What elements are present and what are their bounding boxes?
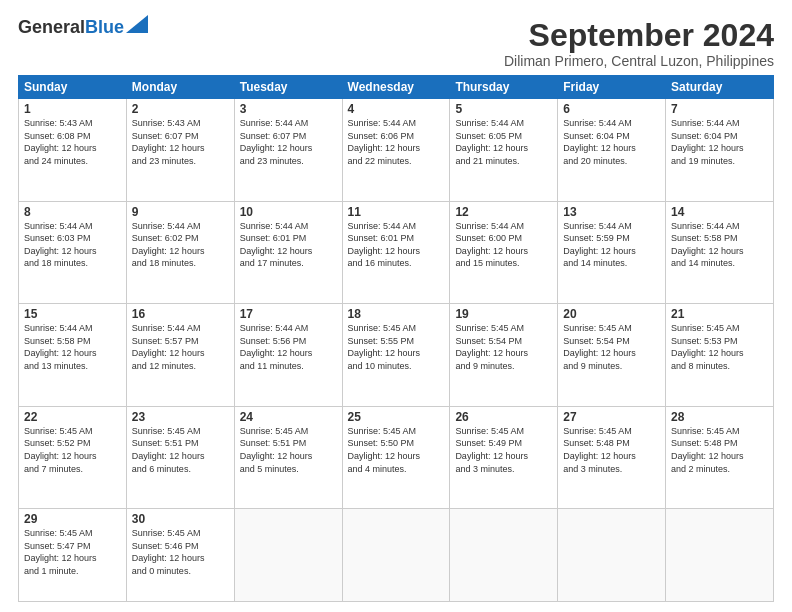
day-info: Sunrise: 5:44 AM Sunset: 6:03 PM Dayligh… bbox=[24, 220, 121, 270]
day-info: Sunrise: 5:45 AM Sunset: 5:54 PM Dayligh… bbox=[563, 322, 660, 372]
list-item: 1Sunrise: 5:43 AM Sunset: 6:08 PM Daylig… bbox=[19, 99, 127, 202]
table-row: 15Sunrise: 5:44 AM Sunset: 5:58 PM Dayli… bbox=[19, 304, 774, 407]
day-number: 20 bbox=[563, 307, 660, 321]
day-number: 2 bbox=[132, 102, 229, 116]
list-item bbox=[450, 509, 558, 602]
list-item: 18Sunrise: 5:45 AM Sunset: 5:55 PM Dayli… bbox=[342, 304, 450, 407]
logo-text: GeneralBlue bbox=[18, 18, 124, 38]
day-number: 25 bbox=[348, 410, 445, 424]
day-info: Sunrise: 5:45 AM Sunset: 5:48 PM Dayligh… bbox=[671, 425, 768, 475]
day-info: Sunrise: 5:45 AM Sunset: 5:46 PM Dayligh… bbox=[132, 527, 229, 577]
day-number: 29 bbox=[24, 512, 121, 526]
day-info: Sunrise: 5:44 AM Sunset: 6:04 PM Dayligh… bbox=[563, 117, 660, 167]
day-number: 11 bbox=[348, 205, 445, 219]
col-tuesday: Tuesday bbox=[234, 76, 342, 99]
list-item: 3Sunrise: 5:44 AM Sunset: 6:07 PM Daylig… bbox=[234, 99, 342, 202]
list-item: 14Sunrise: 5:44 AM Sunset: 5:58 PM Dayli… bbox=[666, 201, 774, 304]
list-item: 29Sunrise: 5:45 AM Sunset: 5:47 PM Dayli… bbox=[19, 509, 127, 602]
table-row: 8Sunrise: 5:44 AM Sunset: 6:03 PM Daylig… bbox=[19, 201, 774, 304]
day-info: Sunrise: 5:44 AM Sunset: 6:05 PM Dayligh… bbox=[455, 117, 552, 167]
logo-icon bbox=[126, 15, 148, 33]
list-item: 12Sunrise: 5:44 AM Sunset: 6:00 PM Dayli… bbox=[450, 201, 558, 304]
day-info: Sunrise: 5:45 AM Sunset: 5:55 PM Dayligh… bbox=[348, 322, 445, 372]
day-number: 24 bbox=[240, 410, 337, 424]
list-item: 23Sunrise: 5:45 AM Sunset: 5:51 PM Dayli… bbox=[126, 406, 234, 509]
day-info: Sunrise: 5:44 AM Sunset: 5:58 PM Dayligh… bbox=[24, 322, 121, 372]
day-number: 16 bbox=[132, 307, 229, 321]
day-number: 4 bbox=[348, 102, 445, 116]
list-item: 7Sunrise: 5:44 AM Sunset: 6:04 PM Daylig… bbox=[666, 99, 774, 202]
col-saturday: Saturday bbox=[666, 76, 774, 99]
list-item: 25Sunrise: 5:45 AM Sunset: 5:50 PM Dayli… bbox=[342, 406, 450, 509]
svg-marker-0 bbox=[126, 15, 148, 33]
day-number: 13 bbox=[563, 205, 660, 219]
title-block: September 2024 Diliman Primero, Central … bbox=[504, 18, 774, 69]
list-item: 6Sunrise: 5:44 AM Sunset: 6:04 PM Daylig… bbox=[558, 99, 666, 202]
list-item: 13Sunrise: 5:44 AM Sunset: 5:59 PM Dayli… bbox=[558, 201, 666, 304]
list-item bbox=[234, 509, 342, 602]
list-item: 26Sunrise: 5:45 AM Sunset: 5:49 PM Dayli… bbox=[450, 406, 558, 509]
day-number: 6 bbox=[563, 102, 660, 116]
day-number: 19 bbox=[455, 307, 552, 321]
day-info: Sunrise: 5:45 AM Sunset: 5:49 PM Dayligh… bbox=[455, 425, 552, 475]
day-info: Sunrise: 5:45 AM Sunset: 5:51 PM Dayligh… bbox=[240, 425, 337, 475]
page: GeneralBlue September 2024 Diliman Prime… bbox=[0, 0, 792, 612]
list-item bbox=[666, 509, 774, 602]
day-info: Sunrise: 5:45 AM Sunset: 5:47 PM Dayligh… bbox=[24, 527, 121, 577]
day-info: Sunrise: 5:45 AM Sunset: 5:53 PM Dayligh… bbox=[671, 322, 768, 372]
col-thursday: Thursday bbox=[450, 76, 558, 99]
day-number: 7 bbox=[671, 102, 768, 116]
list-item bbox=[342, 509, 450, 602]
day-number: 10 bbox=[240, 205, 337, 219]
day-number: 1 bbox=[24, 102, 121, 116]
day-info: Sunrise: 5:44 AM Sunset: 6:02 PM Dayligh… bbox=[132, 220, 229, 270]
calendar: Sunday Monday Tuesday Wednesday Thursday… bbox=[18, 75, 774, 602]
day-info: Sunrise: 5:45 AM Sunset: 5:50 PM Dayligh… bbox=[348, 425, 445, 475]
day-info: Sunrise: 5:43 AM Sunset: 6:08 PM Dayligh… bbox=[24, 117, 121, 167]
day-number: 23 bbox=[132, 410, 229, 424]
logo-general: General bbox=[18, 17, 85, 37]
table-row: 29Sunrise: 5:45 AM Sunset: 5:47 PM Dayli… bbox=[19, 509, 774, 602]
day-info: Sunrise: 5:44 AM Sunset: 6:04 PM Dayligh… bbox=[671, 117, 768, 167]
day-info: Sunrise: 5:44 AM Sunset: 6:01 PM Dayligh… bbox=[240, 220, 337, 270]
list-item: 2Sunrise: 5:43 AM Sunset: 6:07 PM Daylig… bbox=[126, 99, 234, 202]
day-number: 14 bbox=[671, 205, 768, 219]
day-info: Sunrise: 5:44 AM Sunset: 6:01 PM Dayligh… bbox=[348, 220, 445, 270]
col-friday: Friday bbox=[558, 76, 666, 99]
day-info: Sunrise: 5:44 AM Sunset: 5:59 PM Dayligh… bbox=[563, 220, 660, 270]
list-item: 15Sunrise: 5:44 AM Sunset: 5:58 PM Dayli… bbox=[19, 304, 127, 407]
list-item: 21Sunrise: 5:45 AM Sunset: 5:53 PM Dayli… bbox=[666, 304, 774, 407]
day-number: 8 bbox=[24, 205, 121, 219]
list-item: 22Sunrise: 5:45 AM Sunset: 5:52 PM Dayli… bbox=[19, 406, 127, 509]
day-number: 21 bbox=[671, 307, 768, 321]
day-info: Sunrise: 5:44 AM Sunset: 5:57 PM Dayligh… bbox=[132, 322, 229, 372]
list-item: 27Sunrise: 5:45 AM Sunset: 5:48 PM Dayli… bbox=[558, 406, 666, 509]
day-number: 3 bbox=[240, 102, 337, 116]
location-title: Diliman Primero, Central Luzon, Philippi… bbox=[504, 53, 774, 69]
col-monday: Monday bbox=[126, 76, 234, 99]
list-item: 9Sunrise: 5:44 AM Sunset: 6:02 PM Daylig… bbox=[126, 201, 234, 304]
list-item: 28Sunrise: 5:45 AM Sunset: 5:48 PM Dayli… bbox=[666, 406, 774, 509]
day-info: Sunrise: 5:43 AM Sunset: 6:07 PM Dayligh… bbox=[132, 117, 229, 167]
day-number: 27 bbox=[563, 410, 660, 424]
table-row: 22Sunrise: 5:45 AM Sunset: 5:52 PM Dayli… bbox=[19, 406, 774, 509]
list-item: 5Sunrise: 5:44 AM Sunset: 6:05 PM Daylig… bbox=[450, 99, 558, 202]
day-number: 26 bbox=[455, 410, 552, 424]
month-title: September 2024 bbox=[504, 18, 774, 53]
list-item: 11Sunrise: 5:44 AM Sunset: 6:01 PM Dayli… bbox=[342, 201, 450, 304]
list-item: 19Sunrise: 5:45 AM Sunset: 5:54 PM Dayli… bbox=[450, 304, 558, 407]
day-info: Sunrise: 5:44 AM Sunset: 6:06 PM Dayligh… bbox=[348, 117, 445, 167]
day-number: 9 bbox=[132, 205, 229, 219]
day-number: 28 bbox=[671, 410, 768, 424]
list-item: 30Sunrise: 5:45 AM Sunset: 5:46 PM Dayli… bbox=[126, 509, 234, 602]
day-info: Sunrise: 5:45 AM Sunset: 5:54 PM Dayligh… bbox=[455, 322, 552, 372]
day-info: Sunrise: 5:45 AM Sunset: 5:51 PM Dayligh… bbox=[132, 425, 229, 475]
day-number: 15 bbox=[24, 307, 121, 321]
list-item: 17Sunrise: 5:44 AM Sunset: 5:56 PM Dayli… bbox=[234, 304, 342, 407]
list-item: 20Sunrise: 5:45 AM Sunset: 5:54 PM Dayli… bbox=[558, 304, 666, 407]
day-number: 17 bbox=[240, 307, 337, 321]
day-info: Sunrise: 5:44 AM Sunset: 6:00 PM Dayligh… bbox=[455, 220, 552, 270]
day-info: Sunrise: 5:44 AM Sunset: 6:07 PM Dayligh… bbox=[240, 117, 337, 167]
header-row: Sunday Monday Tuesday Wednesday Thursday… bbox=[19, 76, 774, 99]
list-item: 8Sunrise: 5:44 AM Sunset: 6:03 PM Daylig… bbox=[19, 201, 127, 304]
